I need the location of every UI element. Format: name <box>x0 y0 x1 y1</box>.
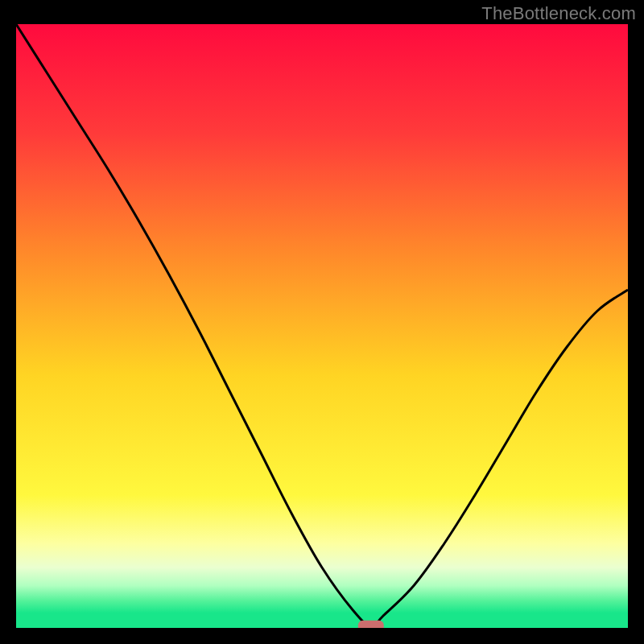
plot-area <box>16 24 628 628</box>
chart-svg <box>16 24 628 628</box>
bottleneck-curve <box>16 24 628 626</box>
attribution-text: TheBottleneck.com <box>481 3 636 24</box>
optimum-marker <box>358 621 384 628</box>
chart-container: TheBottleneck.com <box>0 0 644 644</box>
